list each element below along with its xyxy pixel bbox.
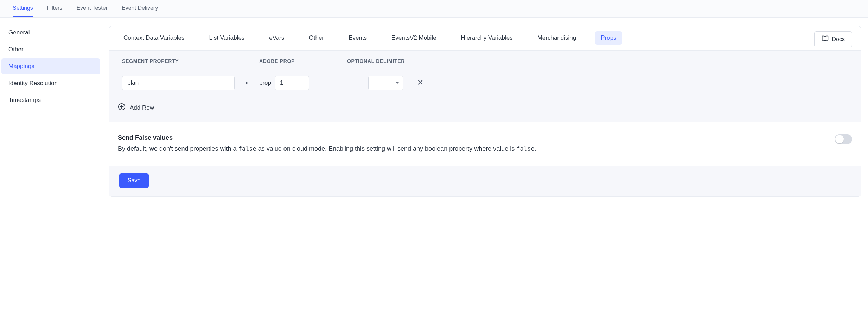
tab-event-delivery[interactable]: Event Delivery [122,0,158,17]
add-row-label: Add Row [130,104,154,111]
subtab-hierarchy-variables[interactable]: Hierarchy Variables [455,31,518,45]
table-header: SEGMENT PROPERTY ADOBE PROP OPTIONAL DEL… [109,50,861,69]
subtab-events[interactable]: Events [343,31,372,45]
segment-property-input[interactable] [122,76,235,90]
tab-settings[interactable]: Settings [13,0,33,17]
subtab-merchandising[interactable]: Merchandising [532,31,582,45]
tab-event-tester[interactable]: Event Tester [76,0,108,17]
send-false-toggle[interactable] [835,134,852,144]
sidebar-item-mappings[interactable]: Mappings [1,58,100,74]
subtab-other[interactable]: Other [304,31,330,45]
table-row: prop [109,69,861,97]
subtab-eventsv2-mobile[interactable]: EventsV2 Mobile [386,31,442,45]
close-icon [417,79,423,86]
sidebar: General Other Mappings Identity Resoluti… [0,18,102,313]
send-false-description: By default, we don't send properties wit… [118,144,536,154]
delete-row-button[interactable] [417,79,423,86]
sub-tabs: Context Data Variables List Variables eV… [118,31,622,45]
prop-number-input[interactable] [275,76,309,90]
chevron-down-icon [395,80,400,86]
docs-label: Docs [832,36,845,43]
delimiter-select[interactable] [368,76,403,90]
docs-button[interactable]: Docs [814,31,852,47]
sidebar-item-timestamps[interactable]: Timestamps [1,92,100,108]
add-row-button[interactable]: Add Row [109,97,861,122]
book-icon [822,35,829,44]
save-button[interactable]: Save [119,173,149,188]
mappings-card: Context Data Variables List Variables eV… [109,26,861,197]
toggle-knob [835,135,844,143]
col-optional-delimiter: OPTIONAL DELIMITER [347,58,417,64]
subtab-props[interactable]: Props [595,31,622,45]
sidebar-item-general[interactable]: General [1,25,100,41]
subtab-evars[interactable]: eVars [263,31,290,45]
sidebar-item-identity-resolution[interactable]: Identity Resolution [1,75,100,91]
plus-circle-icon [118,103,126,112]
top-tabs: Settings Filters Event Tester Event Deli… [0,0,868,18]
svg-marker-0 [246,81,248,85]
col-segment-property: SEGMENT PROPERTY [122,58,259,64]
send-false-title: Send False values [118,134,536,142]
subtab-list-variables[interactable]: List Variables [204,31,250,45]
tab-filters[interactable]: Filters [47,0,63,17]
card-footer: Save [109,166,861,196]
caret-right-icon [245,81,249,85]
subtab-context-data-variables[interactable]: Context Data Variables [118,31,190,45]
svg-marker-1 [395,82,400,84]
prop-prefix-label: prop [259,79,271,86]
sidebar-item-other[interactable]: Other [1,41,100,58]
col-adobe-prop: ADOBE PROP [259,58,347,64]
send-false-option: Send False values By default, we don't s… [109,122,861,166]
